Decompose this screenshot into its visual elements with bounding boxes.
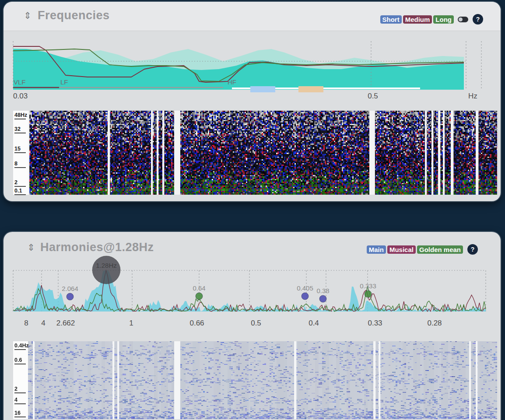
legend-toggle[interactable] [458, 17, 468, 22]
chart-text: 1 [129, 319, 133, 327]
chart-text: LF [60, 78, 68, 86]
collapse-icon[interactable]: ⇕ [24, 10, 32, 21]
frequencies-header: ⇕ Frequencies Short Medium Long ? [4, 2, 501, 31]
collapse-icon[interactable]: ⇕ [27, 242, 35, 253]
frequencies-chart[interactable]: VLFLFHF0.030.5Hz [4, 32, 501, 111]
frequencies-legend: Short Medium Long ? [380, 14, 484, 24]
selected-peak-marker[interactable] [92, 256, 120, 284]
harmonies-spectrogram-canvas [28, 341, 497, 419]
frequencies-spectrogram-axis: 48Hz3215820.1 [13, 111, 28, 195]
frequencies-spectrogram: 48Hz3215820.1 [13, 111, 497, 195]
help-button[interactable]: ? [467, 244, 478, 255]
chart-text: 0.28 [427, 319, 442, 327]
harmonies-spectrogram-axis: 0.4Hz0.62416 [13, 341, 28, 419]
harmonies-title: Harmonies@1.28Hz [40, 241, 154, 254]
spectrogram-y-label: 15 [14, 146, 26, 153]
frequencies-spectrogram-canvas [28, 111, 497, 195]
peak-marker[interactable] [302, 293, 309, 300]
legend-short[interactable]: Short [380, 15, 402, 24]
legend-golden-mean[interactable]: Golden mean [417, 245, 463, 254]
chart-text: VLF [14, 78, 26, 86]
chart-text: 0.66 [189, 319, 204, 327]
spectrogram-y-label: 8 [14, 161, 26, 168]
harmonies-chart[interactable]: 1.28Hz2.0640.640.4050.380.333842.66210.6… [4, 254, 501, 332]
toggle-knob [459, 18, 463, 21]
legend-main[interactable]: Main [367, 245, 386, 254]
chart-text: 0.405 [297, 284, 313, 292]
chart-text: 0.333 [360, 282, 376, 290]
spectrogram-y-label: 48Hz [14, 112, 26, 119]
frequencies-panel: ⇕ Frequencies Short Medium Long ? VLFLFH… [4, 2, 501, 201]
chart-text: HF [228, 78, 236, 86]
chart-text: 2.064 [62, 285, 78, 292]
chart-text: 4 [41, 319, 45, 327]
peak-marker[interactable] [67, 293, 74, 300]
spectrogram-y-label: 2 [14, 180, 26, 187]
chart-text: 0.64 [193, 284, 205, 292]
chart-text: 1.28Hz [96, 262, 117, 269]
spectrogram-y-label: 32 [14, 126, 26, 133]
spectrogram-y-label: 16 [14, 410, 26, 417]
chart-text: 2.662 [56, 319, 75, 327]
spectrogram-y-label: 0.4Hz [14, 343, 26, 350]
chart-text: 0.5 [251, 319, 261, 327]
spectrogram-y-label: 0.1 [14, 188, 26, 195]
peak-marker[interactable] [319, 295, 326, 302]
spectrogram-y-label: 0.6 [14, 357, 26, 364]
chart-text: 0.03 [13, 92, 28, 100]
chart-text: 0.5 [368, 92, 378, 100]
legend-medium[interactable]: Medium [403, 15, 432, 24]
chart-text: 8 [24, 319, 28, 327]
help-button[interactable]: ? [473, 14, 483, 24]
chart-text: Hz [468, 92, 477, 100]
legend-long[interactable]: Long [433, 15, 454, 24]
chart-text: 0.33 [368, 319, 382, 327]
reference-band [298, 86, 323, 92]
harmonies-panel: ⇕ Harmonies@1.28Hz Main Musical Golden m… [4, 232, 501, 420]
peak-marker[interactable] [196, 293, 203, 300]
peak-marker[interactable] [365, 290, 372, 298]
harmonies-spectrogram: 0.4Hz0.62416 [13, 341, 497, 419]
chart-text: 0.4 [309, 319, 319, 327]
chart-text: 0.38 [316, 287, 329, 294]
frequencies-title: Frequencies [38, 9, 110, 22]
legend-musical[interactable]: Musical [387, 245, 416, 254]
harmonies-legend: Main Musical Golden mean ? [367, 244, 478, 255]
reference-band [250, 86, 275, 92]
spectrogram-y-label: 4 [14, 397, 26, 404]
spectrogram-y-label: 2 [14, 386, 26, 393]
